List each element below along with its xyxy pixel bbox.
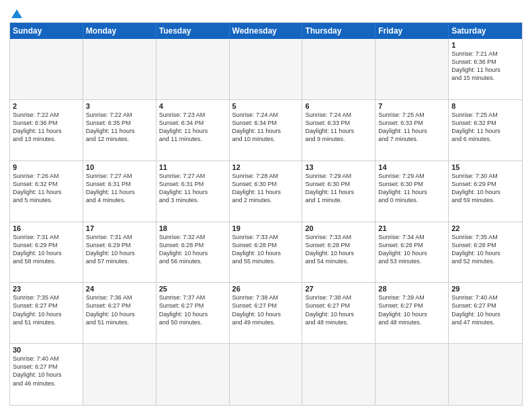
- day-info: Sunrise: 7:40 AM Sunset: 6:27 PM Dayligh…: [13, 355, 80, 387]
- day-info: Sunrise: 7:21 AM Sunset: 6:36 PM Dayligh…: [451, 50, 519, 83]
- calendar-day-10: 10Sunrise: 7:27 AM Sunset: 6:31 PM Dayli…: [83, 161, 157, 222]
- calendar-day-17: 17Sunrise: 7:31 AM Sunset: 6:29 PM Dayli…: [83, 222, 157, 283]
- page: SundayMondayTuesdayWednesdayThursdayFrid…: [0, 0, 532, 411]
- weekday-header: Monday: [83, 23, 157, 39]
- calendar-row: 23Sunrise: 7:35 AM Sunset: 6:27 PM Dayli…: [10, 283, 522, 344]
- day-info: Sunrise: 7:23 AM Sunset: 6:34 PM Dayligh…: [159, 111, 226, 144]
- weekday-header: Thursday: [302, 23, 375, 39]
- calendar-day-25: 25Sunrise: 7:37 AM Sunset: 6:27 PM Dayli…: [157, 283, 230, 343]
- calendar-day-8: 8Sunrise: 7:25 AM Sunset: 6:32 PM Daylig…: [449, 100, 522, 161]
- day-number: 30: [13, 346, 80, 354]
- calendar-day-4: 4Sunrise: 7:23 AM Sunset: 6:34 PM Daylig…: [157, 100, 230, 161]
- logo: [9, 9, 22, 18]
- day-number: 4: [159, 102, 226, 110]
- weekday-header: Saturday: [449, 23, 522, 39]
- calendar-day-29: 29Sunrise: 7:40 AM Sunset: 6:27 PM Dayli…: [449, 283, 522, 343]
- calendar-header: SundayMondayTuesdayWednesdayThursdayFrid…: [10, 23, 522, 39]
- calendar-row: 16Sunrise: 7:31 AM Sunset: 6:29 PM Dayli…: [10, 222, 522, 283]
- day-info: Sunrise: 7:37 AM Sunset: 6:27 PM Dayligh…: [159, 293, 226, 326]
- weekday-header: Tuesday: [157, 23, 230, 39]
- day-info: Sunrise: 7:29 AM Sunset: 6:30 PM Dayligh…: [305, 172, 372, 205]
- day-number: 16: [13, 224, 80, 232]
- calendar-day-26: 26Sunrise: 7:38 AM Sunset: 6:27 PM Dayli…: [230, 283, 303, 343]
- day-number: 15: [451, 163, 519, 171]
- weekday-header: Wednesday: [230, 23, 303, 39]
- calendar-empty-cell: [230, 344, 303, 405]
- calendar-row: 2Sunrise: 7:22 AM Sunset: 6:36 PM Daylig…: [10, 100, 522, 161]
- day-number: 7: [378, 102, 445, 110]
- day-number: 24: [86, 285, 153, 293]
- day-info: Sunrise: 7:27 AM Sunset: 6:31 PM Dayligh…: [159, 172, 226, 205]
- calendar-day-23: 23Sunrise: 7:35 AM Sunset: 6:27 PM Dayli…: [10, 283, 83, 343]
- calendar-day-7: 7Sunrise: 7:25 AM Sunset: 6:33 PM Daylig…: [375, 100, 449, 161]
- day-info: Sunrise: 7:30 AM Sunset: 6:29 PM Dayligh…: [451, 172, 519, 205]
- calendar-day-20: 20Sunrise: 7:33 AM Sunset: 6:28 PM Dayli…: [302, 222, 375, 283]
- day-info: Sunrise: 7:38 AM Sunset: 6:27 PM Dayligh…: [305, 293, 372, 326]
- day-number: 12: [232, 163, 300, 171]
- day-info: Sunrise: 7:22 AM Sunset: 6:35 PM Dayligh…: [86, 111, 153, 144]
- day-info: Sunrise: 7:34 AM Sunset: 6:28 PM Dayligh…: [378, 233, 445, 266]
- calendar-empty-cell: [449, 344, 522, 405]
- day-number: 11: [159, 163, 226, 171]
- day-info: Sunrise: 7:29 AM Sunset: 6:30 PM Dayligh…: [378, 172, 445, 205]
- day-number: 14: [378, 163, 445, 171]
- calendar-day-6: 6Sunrise: 7:24 AM Sunset: 6:33 PM Daylig…: [302, 100, 375, 161]
- calendar-empty-cell: [10, 39, 83, 99]
- day-number: 3: [86, 102, 153, 110]
- calendar-day-28: 28Sunrise: 7:39 AM Sunset: 6:27 PM Dayli…: [375, 283, 449, 343]
- day-number: 19: [232, 224, 300, 232]
- day-info: Sunrise: 7:33 AM Sunset: 6:28 PM Dayligh…: [305, 233, 372, 266]
- day-number: 22: [451, 224, 519, 232]
- calendar-empty-cell: [157, 344, 230, 405]
- calendar-day-2: 2Sunrise: 7:22 AM Sunset: 6:36 PM Daylig…: [10, 100, 83, 161]
- calendar-empty-cell: [302, 39, 375, 99]
- calendar-day-14: 14Sunrise: 7:29 AM Sunset: 6:30 PM Dayli…: [375, 161, 449, 222]
- calendar-row: 30Sunrise: 7:40 AM Sunset: 6:27 PM Dayli…: [10, 344, 522, 405]
- day-number: 17: [86, 224, 153, 232]
- day-number: 1: [451, 41, 519, 49]
- day-info: Sunrise: 7:35 AM Sunset: 6:27 PM Dayligh…: [13, 293, 80, 326]
- day-number: 6: [305, 102, 372, 110]
- calendar-day-21: 21Sunrise: 7:34 AM Sunset: 6:28 PM Dayli…: [375, 222, 449, 283]
- calendar-day-3: 3Sunrise: 7:22 AM Sunset: 6:35 PM Daylig…: [83, 100, 157, 161]
- calendar-empty-cell: [83, 344, 157, 405]
- day-number: 18: [159, 224, 226, 232]
- calendar-day-1: 1Sunrise: 7:21 AM Sunset: 6:36 PM Daylig…: [449, 39, 522, 99]
- calendar-day-9: 9Sunrise: 7:26 AM Sunset: 6:32 PM Daylig…: [10, 161, 83, 222]
- header: [9, 7, 523, 18]
- day-info: Sunrise: 7:31 AM Sunset: 6:29 PM Dayligh…: [13, 233, 80, 266]
- day-number: 23: [13, 285, 80, 293]
- day-info: Sunrise: 7:38 AM Sunset: 6:27 PM Dayligh…: [232, 293, 300, 326]
- day-info: Sunrise: 7:39 AM Sunset: 6:27 PM Dayligh…: [378, 293, 445, 326]
- day-info: Sunrise: 7:24 AM Sunset: 6:34 PM Dayligh…: [232, 111, 300, 144]
- day-info: Sunrise: 7:24 AM Sunset: 6:33 PM Dayligh…: [305, 111, 372, 144]
- calendar-day-16: 16Sunrise: 7:31 AM Sunset: 6:29 PM Dayli…: [10, 222, 83, 283]
- day-info: Sunrise: 7:25 AM Sunset: 6:33 PM Dayligh…: [378, 111, 445, 144]
- calendar-day-24: 24Sunrise: 7:36 AM Sunset: 6:27 PM Dayli…: [83, 283, 157, 343]
- day-info: Sunrise: 7:31 AM Sunset: 6:29 PM Dayligh…: [86, 233, 153, 266]
- day-number: 29: [451, 285, 519, 293]
- day-number: 2: [13, 102, 80, 110]
- day-info: Sunrise: 7:22 AM Sunset: 6:36 PM Dayligh…: [13, 111, 80, 144]
- day-number: 10: [86, 163, 153, 171]
- day-info: Sunrise: 7:40 AM Sunset: 6:27 PM Dayligh…: [451, 293, 519, 326]
- calendar-day-15: 15Sunrise: 7:30 AM Sunset: 6:29 PM Dayli…: [449, 161, 522, 222]
- day-number: 5: [232, 102, 300, 110]
- day-info: Sunrise: 7:35 AM Sunset: 6:28 PM Dayligh…: [451, 233, 519, 266]
- day-number: 13: [305, 163, 372, 171]
- day-number: 8: [451, 102, 519, 110]
- day-info: Sunrise: 7:28 AM Sunset: 6:30 PM Dayligh…: [232, 172, 300, 205]
- weekday-header: Friday: [375, 23, 449, 39]
- day-number: 25: [159, 285, 226, 293]
- logo-triangle-icon: [11, 9, 22, 18]
- calendar-empty-cell: [375, 39, 449, 99]
- day-info: Sunrise: 7:33 AM Sunset: 6:28 PM Dayligh…: [232, 233, 300, 266]
- calendar-day-27: 27Sunrise: 7:38 AM Sunset: 6:27 PM Dayli…: [302, 283, 375, 343]
- calendar-empty-cell: [375, 344, 449, 405]
- day-info: Sunrise: 7:32 AM Sunset: 6:28 PM Dayligh…: [159, 233, 226, 266]
- calendar-day-11: 11Sunrise: 7:27 AM Sunset: 6:31 PM Dayli…: [157, 161, 230, 222]
- calendar-day-30: 30Sunrise: 7:40 AM Sunset: 6:27 PM Dayli…: [10, 344, 83, 405]
- day-info: Sunrise: 7:25 AM Sunset: 6:32 PM Dayligh…: [451, 111, 519, 144]
- calendar-day-5: 5Sunrise: 7:24 AM Sunset: 6:34 PM Daylig…: [230, 100, 303, 161]
- day-number: 27: [305, 285, 372, 293]
